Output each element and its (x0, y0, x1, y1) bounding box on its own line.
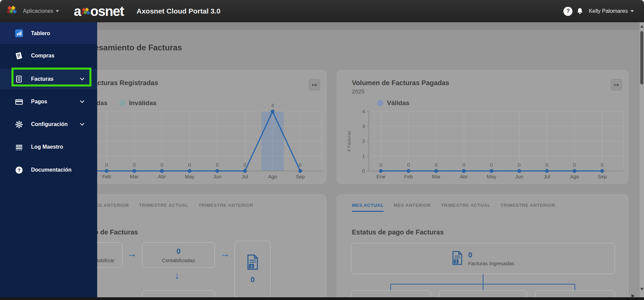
flow-label: Contabilizadas (162, 257, 195, 263)
svg-text:0: 0 (518, 162, 521, 168)
flow-value: 0 (250, 275, 254, 284)
bar-chart-icon (15, 29, 23, 38)
svg-text:May: May (185, 174, 195, 179)
legend-item-válidas[interactable]: Válidas (377, 99, 410, 107)
tab-trimestre-actual[interactable]: TRIMESTRE ACTUAL (139, 203, 188, 212)
svg-text:Jul: Jul (543, 174, 550, 179)
annotation-highlight-box (11, 68, 91, 86)
flow-value: 0 (176, 247, 180, 256)
brand-asterisk-icon (81, 7, 91, 17)
vertical-scrollbar-thumb[interactable] (640, 31, 643, 84)
tab-mes-anterior[interactable]: MES ANTERIOR (92, 203, 129, 212)
tab-mes-anterior[interactable]: MES ANTERIOR (394, 203, 431, 212)
svg-text:$: $ (455, 259, 457, 263)
arrow-down-icon: ↓ (174, 270, 179, 281)
axosnet-pinwheel-icon (6, 4, 18, 18)
legend-label: Inválidas (129, 99, 157, 107)
tab-trimestre-anterior[interactable]: TRIMESTRE ANTERIOR (199, 203, 254, 212)
app-window: Aplicaciones a osnet Axosnet Cloud Porta… (0, 0, 644, 300)
sidebar-item-label: Tablero (31, 30, 50, 36)
applications-menu[interactable]: Aplicaciones (23, 8, 59, 14)
sidebar-item-configuracion[interactable]: Configuración (0, 115, 97, 134)
chart-legend: Válidas (377, 99, 410, 107)
top-navbar: Aplicaciones a osnet Axosnet Cloud Porta… (0, 0, 644, 22)
help-icon[interactable]: ? (563, 7, 572, 16)
pagadas-chart: 01234# Facturas000000000EneFebMarAbrMayJ… (337, 70, 629, 184)
status-tree-connector (337, 274, 629, 290)
sidebar-nav: TableroComprasFacturasPagosConfiguración… (0, 22, 97, 297)
legend-label: Válidas (387, 99, 410, 107)
question-icon: ? (15, 166, 23, 174)
legend-item-inválidas[interactable]: Inválidas (119, 99, 157, 107)
sidebar-item-label: Documentación (31, 167, 72, 173)
scroll-up-arrow[interactable] (640, 25, 644, 28)
svg-text:0: 0 (299, 162, 302, 168)
svg-text:Abr: Abr (158, 174, 166, 179)
sidebar-item-label: Configuración (31, 121, 67, 127)
chevron-down-icon (56, 10, 59, 12)
sidebar-item-label: Pagos (31, 99, 47, 105)
svg-text:0: 0 (407, 162, 410, 168)
svg-text:# Facturas: # Facturas (346, 131, 352, 152)
svg-text:Feb: Feb (102, 174, 111, 179)
svg-text:0: 0 (244, 162, 246, 168)
svg-text:?: ? (18, 167, 21, 173)
brand-text-osnet: osnet (90, 4, 124, 19)
summary-label: Facturas Ingresadas (468, 260, 514, 266)
scroll-down-arrow[interactable] (640, 288, 644, 291)
sidebar-item-label: Log Maestro (31, 144, 63, 150)
period-tabs: MES ACTUALMES ANTERIORTRIMESTRE ACTUALTR… (352, 203, 555, 212)
content-top-strip (97, 22, 640, 30)
sidebar-item-pagos[interactable]: Pagos (0, 92, 97, 111)
svg-text:Ago: Ago (570, 174, 579, 179)
svg-text:Sep: Sep (296, 174, 305, 179)
tab-trimestre-anterior[interactable]: TRIMESTRE ANTERIOR (501, 203, 556, 212)
svg-text:0: 0 (216, 162, 219, 168)
svg-text:Feb: Feb (404, 174, 413, 179)
flow-box-contabilizadas: 0 Contabilizadas (142, 242, 215, 268)
legend-dot-icon (119, 100, 126, 106)
svg-text:0: 0 (463, 162, 465, 168)
svg-text:0: 0 (545, 162, 548, 168)
svg-text:3: 3 (362, 123, 365, 129)
export-chart-button[interactable]: ↦ (309, 79, 320, 91)
svg-text:Sep: Sep (598, 174, 607, 179)
brand-text-a: a (74, 4, 81, 19)
vertical-scrollbar[interactable] (640, 22, 644, 297)
sidebar-item-label: Compras (31, 53, 54, 59)
svg-text:Jun: Jun (515, 174, 523, 179)
svg-text:Mar: Mar (130, 174, 139, 179)
card-subtitle: 2025 (352, 89, 365, 95)
notifications-bell-icon[interactable] (576, 7, 584, 15)
chevron-down-icon (80, 121, 84, 126)
svg-text:Ago: Ago (268, 174, 277, 179)
log-icon (15, 143, 23, 151)
sidebar-item-compras[interactable]: Compras (0, 46, 97, 65)
svg-text:4: 4 (362, 108, 365, 114)
svg-text:0: 0 (133, 162, 136, 168)
credit-card-icon (15, 98, 23, 106)
gear-icon (15, 120, 23, 128)
export-chart-button[interactable]: ↦ (611, 79, 622, 91)
svg-text:0: 0 (435, 162, 438, 168)
svg-text:0: 0 (573, 162, 576, 168)
sidebar-item-tablero[interactable]: Tablero (0, 22, 97, 44)
tab-trimestre-actual[interactable]: TRIMESTRE ACTUAL (441, 203, 490, 212)
tab-mes-actual[interactable]: MES ACTUAL (352, 203, 384, 212)
user-menu[interactable]: Kelly Palomares (589, 8, 634, 14)
svg-text:0: 0 (188, 162, 191, 168)
arrow-right-icon: → (127, 248, 137, 259)
svg-text:May: May (487, 174, 497, 179)
axosnet-logo: a osnet (74, 4, 124, 19)
sidebar-item-documentacion[interactable]: ?Documentación (0, 160, 97, 179)
receipt-icon (15, 52, 23, 60)
svg-text:0: 0 (601, 162, 604, 168)
user-name: Kelly Palomares (589, 8, 628, 14)
sidebar-item-log-maestro[interactable]: Log Maestro (0, 138, 97, 156)
summary-box-facturas-ingresadas: $ 0 Facturas Ingresadas (351, 243, 615, 274)
svg-text:1: 1 (362, 153, 365, 159)
svg-text:0: 0 (380, 162, 382, 168)
summary-value: 0 (468, 251, 514, 259)
svg-text:0: 0 (105, 162, 108, 168)
card-title: Volumen de Facturas Pagadas (352, 79, 449, 87)
